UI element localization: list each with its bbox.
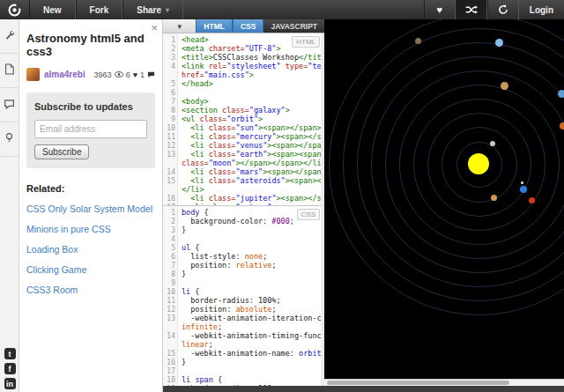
stat-value: 1 (140, 70, 145, 79)
code-line: 8<section class="galaxy"> (163, 106, 324, 115)
code-line: 4 (163, 234, 324, 243)
like-button[interactable]: ♥ (424, 0, 456, 19)
editor-tab-bar: ▾ HTMLCSSJAVASCRIPT (163, 19, 324, 33)
share-button-label: Share (137, 5, 161, 15)
code-line: 13 <li class="earth"><span><span (163, 150, 324, 159)
code-line: 11 border-radius: 100%; (163, 296, 324, 305)
css-code-pane[interactable]: CSS 1body {2 background-color: #000;3}45… (163, 206, 324, 386)
code-line: 14 <li class="mars"><span></span></li> (163, 167, 324, 176)
heart-icon: ♥ (133, 70, 137, 79)
shuffle-icon (465, 5, 478, 14)
horizontal-scrollbar-thumb[interactable] (327, 381, 509, 385)
code-line: linear; (163, 340, 324, 349)
venus-planet (491, 195, 497, 201)
jupiter-planet (501, 82, 508, 90)
login-button-label: Login (530, 5, 553, 15)
refresh-button[interactable] (487, 0, 519, 19)
left-icon-strip: tfin (0, 19, 19, 392)
code-line: 16 <li class="jupiter"><span></span></li… (163, 194, 324, 203)
username-link[interactable]: alma4rebi (44, 70, 85, 79)
details-sidebar: × Astronomy html5 and css3 alma4rebi 396… (19, 19, 163, 392)
linkedin-icon[interactable]: in (4, 378, 16, 389)
code-line: 12 position: absolute; (163, 305, 324, 314)
avatar[interactable] (26, 68, 40, 81)
code-line: 17 (163, 366, 324, 375)
neptune-planet (558, 90, 564, 98)
mercury-planet (490, 141, 495, 146)
pluto-planet (415, 38, 421, 44)
code-line: 9<ul class="orbit"> (163, 115, 324, 123)
code-line: 7 position: relative; (163, 261, 324, 270)
code-line: href="main.css"> (163, 70, 324, 79)
code-line: 6 (163, 88, 324, 97)
new-button[interactable]: New (29, 0, 76, 19)
comment-icon (147, 71, 155, 78)
code-line: 14 -webkit-animation-timing-function: (163, 331, 324, 340)
related-link[interactable]: Clicking Game (26, 264, 155, 275)
strip-button-comments-icon[interactable] (0, 88, 19, 122)
related-link[interactable]: Loading Box (26, 244, 155, 255)
twitter-icon[interactable]: t (4, 348, 16, 359)
related-heading: Related: (26, 183, 155, 194)
random-button[interactable] (456, 0, 487, 19)
new-button-label: New (43, 5, 62, 15)
related-link[interactable]: CSS Only Solar System Model (26, 203, 155, 214)
tab-css[interactable]: CSS (233, 19, 263, 33)
horizontal-scrollbar (324, 379, 564, 386)
code-line: 5</head> (163, 79, 324, 88)
related-link[interactable]: CSS3 Room (26, 285, 155, 295)
share-button[interactable]: Share ▾ (122, 0, 183, 19)
topbar-right-group: ♥ Login (424, 0, 564, 19)
social-icons-group: tfin (0, 344, 19, 392)
code-line: 3<title>CSSClasses Workshop</title> (163, 53, 324, 62)
code-editor-column: ▾ HTMLCSSJAVASCRIPT HTML 1<head>2<meta c… (163, 19, 324, 386)
code-line: 7<body> (163, 97, 324, 106)
code-line: 8} (163, 270, 324, 278)
code-line: 13 -webkit-animation-iteration-count: (163, 314, 324, 322)
code-line: 15 -webkit-animation-name: orbit-path; (163, 349, 324, 358)
fork-button[interactable]: Fork (76, 0, 123, 19)
top-bar: New Fork Share ▾ ♥ Login (0, 0, 564, 19)
code-line: 12 <li class="venus"><span></span></li> (163, 141, 324, 150)
subscribe-button[interactable]: Subscribe (34, 144, 89, 159)
code-line: 9 (163, 278, 324, 287)
code-line: infinite; (163, 322, 324, 331)
strip-button-wrench-icon[interactable] (0, 19, 19, 54)
page-title: Astronomy html5 and css3 (26, 32, 155, 58)
email-field[interactable] (34, 120, 147, 138)
fork-button-label: Fork (90, 5, 109, 15)
chevron-down-icon: ▾ (166, 6, 169, 14)
cssdeck-logo-icon[interactable] (4, 0, 24, 19)
views-icon (115, 71, 123, 78)
saturn-planet (560, 122, 564, 129)
code-line: 3} (163, 226, 324, 234)
stat-value: 6 (126, 70, 130, 79)
orbit-ring (329, 19, 564, 315)
code-line: 11 <li class="mercury"><span></span></li… (163, 132, 324, 141)
refresh-icon (498, 4, 508, 15)
tab-html[interactable]: HTML (196, 19, 233, 33)
live-preview (324, 19, 564, 379)
document-icon (4, 63, 14, 78)
app-root: New Fork Share ▾ ♥ Login (0, 0, 564, 392)
strip-button-lightbulb-icon[interactable] (0, 122, 19, 157)
html-code-pane[interactable]: HTML 1<head>2<meta charset="UTF-8">3<tit… (163, 33, 324, 206)
collapse-arrow-icon[interactable]: ▾ (163, 19, 196, 33)
strip-button-document-icon[interactable] (0, 54, 19, 88)
comments-icon (4, 97, 15, 113)
related-link[interactable]: Minions in pure CSS (26, 224, 155, 234)
wrench-icon (4, 28, 15, 44)
stats-row: 39636♥1 (94, 70, 155, 79)
sun (468, 153, 489, 174)
stat-value: 3963 (94, 70, 112, 79)
lightbulb-icon (5, 131, 13, 147)
css-pane-badge: CSS (297, 209, 320, 220)
close-icon[interactable]: × (151, 21, 158, 34)
code-line: 16} (163, 358, 324, 366)
login-button[interactable]: Login (519, 5, 564, 15)
mars-planet (529, 197, 535, 203)
code-line: 15 <li class="asteroids"><span></span> (163, 176, 324, 185)
facebook-icon[interactable]: f (4, 363, 16, 374)
uranus-planet (495, 39, 503, 47)
tab-javascript[interactable]: JAVASCRIPT (263, 19, 324, 33)
